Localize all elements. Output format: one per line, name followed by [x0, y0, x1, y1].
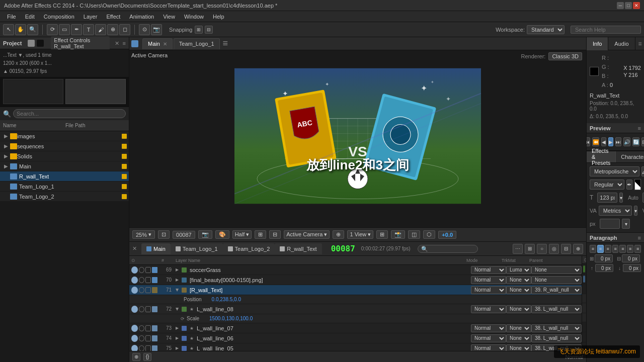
effect-controls-tab[interactable]: Effect Controls R_wall_Text	[51, 37, 110, 50]
trkmat-select-71[interactable]: None	[506, 286, 531, 294]
tool-camera[interactable]: 📷	[151, 24, 162, 35]
tl-solo-btn[interactable]: ⊕	[573, 244, 583, 254]
menu-composition[interactable]: Composition	[40, 13, 78, 21]
prev-back-frame[interactable]: ⏪	[592, 137, 599, 146]
leading-input[interactable]	[600, 219, 620, 229]
tab-main[interactable]: Main ✕	[142, 38, 173, 49]
eye-icon-72[interactable]	[131, 306, 138, 313]
expand-btn-71[interactable]: ▶	[175, 289, 180, 292]
right-indent-input[interactable]	[622, 254, 640, 262]
table-row[interactable]: 75 ▶ ★ L_wall_line_05 Normal None	[129, 343, 582, 351]
menu-help[interactable]: Help	[209, 13, 228, 21]
eye-icon-71[interactable]	[131, 287, 138, 294]
parent-select-71[interactable]: 39. R_wall_null	[531, 286, 582, 294]
expand-btn-74[interactable]: ▶	[176, 336, 179, 340]
menu-animation[interactable]: Animation	[125, 13, 158, 21]
timeline-bar-70[interactable]	[583, 276, 585, 283]
eye-icon-69[interactable]	[131, 266, 138, 274]
expand-btn-75[interactable]: ▶	[176, 346, 179, 350]
mode-select-75[interactable]: Normal	[471, 344, 506, 351]
snapping-toggle[interactable]: ⊞	[195, 26, 203, 34]
leading-dropdown[interactable]: ▾	[622, 219, 630, 229]
space-after-input[interactable]	[623, 264, 641, 272]
expand-btn-69[interactable]: ▶	[176, 267, 179, 272]
mode-select-73[interactable]: Normal	[471, 324, 506, 332]
solo-btn-70[interactable]	[139, 277, 144, 283]
eye-icon-70[interactable]	[131, 277, 138, 284]
lock-icon-74[interactable]	[145, 335, 151, 341]
close-timeline-icon[interactable]: ✕	[132, 245, 139, 252]
expand-btn-70[interactable]: ▶	[176, 278, 179, 282]
prev-loop[interactable]: 🔄	[632, 137, 639, 146]
style-options-btn[interactable]: ✒	[626, 179, 632, 190]
expand-icon[interactable]: ▶	[4, 133, 10, 139]
align-right-btn[interactable]: ≡	[605, 245, 611, 253]
add-layer-btn[interactable]: ⊕	[132, 353, 140, 361]
tl-toggle-btn[interactable]: ⊞	[525, 244, 535, 254]
para-menu[interactable]: ≡	[638, 235, 641, 241]
solo-btn-69[interactable]	[139, 267, 144, 273]
view-count-dropdown[interactable]: 1 View ▾	[347, 230, 373, 239]
close-effect-controls[interactable]: ✕	[115, 40, 119, 46]
eye-icon-74[interactable]	[131, 335, 138, 342]
close-button[interactable]: ✕	[633, 2, 640, 9]
view-options-btn[interactable]: ⊞	[376, 230, 388, 239]
mask-btn[interactable]: ⊟	[269, 230, 281, 239]
frame-display[interactable]: 00087	[173, 231, 195, 239]
trkmat-select-69[interactable]: Luma	[506, 266, 531, 274]
lock-icon-71[interactable]	[145, 287, 151, 293]
snapping-options[interactable]: ⊟	[205, 26, 213, 34]
fit-btn[interactable]: ⊡	[158, 230, 170, 239]
list-item[interactable]: Team_Logo_2	[0, 192, 129, 202]
eye-icon-75[interactable]	[131, 345, 138, 351]
mode-select-69[interactable]: Normal	[471, 266, 506, 274]
project-view-btn[interactable]	[28, 40, 35, 47]
expand-icon[interactable]: ▶	[4, 153, 10, 159]
stroke-color-swatch[interactable]	[634, 179, 641, 190]
tool-eraser[interactable]: ◻	[119, 24, 130, 35]
tool-zoom[interactable]: 🔍	[27, 24, 38, 35]
tool-pen[interactable]: ✒	[71, 24, 82, 35]
trkmat-select-73[interactable]: None	[506, 324, 531, 332]
prev-ram-preview-back[interactable]: ◀	[601, 137, 606, 146]
tool-clone[interactable]: ⊕	[107, 24, 118, 35]
font-style-select[interactable]: Regular	[590, 179, 624, 190]
expand-icon[interactable]: ▶	[4, 163, 10, 169]
table-row[interactable]: 72 ▶ ★ L_wall_line_08 Normal None	[129, 304, 582, 314]
solo-btn-73[interactable]	[139, 325, 144, 331]
lock-icon-70[interactable]	[145, 277, 151, 283]
justify-full-btn[interactable]: ≡	[634, 245, 641, 253]
lock-icon-75[interactable]	[145, 345, 151, 351]
maximize-button[interactable]: □	[625, 2, 632, 9]
tl-motion-blur-btn[interactable]: ○	[537, 244, 547, 254]
tl-shy-btn[interactable]: ⊟	[561, 244, 571, 254]
prev-skip-start[interactable]: ⏮	[586, 137, 590, 146]
workspace-select[interactable]: Standard	[527, 25, 565, 34]
tab-character[interactable]: Character	[616, 151, 644, 162]
transparency-btn[interactable]: ⬡	[423, 230, 435, 239]
list-item[interactable]: ▶ Main	[0, 161, 129, 171]
tl-draft-btn[interactable]: ◎	[549, 244, 559, 254]
preview-menu[interactable]: ≡	[638, 125, 641, 131]
timeline-search[interactable]	[418, 245, 478, 253]
menu-window[interactable]: Window	[180, 13, 208, 21]
eye-icon-73[interactable]	[131, 325, 138, 332]
mode-select-70[interactable]: Normal	[471, 276, 506, 284]
trkmat-select-75[interactable]: None	[506, 344, 531, 351]
mode-select-71[interactable]: Normal	[471, 286, 506, 294]
table-row[interactable]: 74 ▶ ★ L_wall_line_06 Normal None	[129, 333, 582, 343]
view-mode-dropdown[interactable]: Active Camera ▾	[284, 230, 330, 239]
script-btn[interactable]: {}	[143, 353, 151, 361]
tab-teamlogo1[interactable]: Team_Logo_1	[174, 38, 220, 49]
expand-btn-73[interactable]: ▶	[176, 326, 179, 330]
exposure-btn[interactable]: +0.0	[438, 231, 456, 239]
menu-layer[interactable]: Layer	[79, 13, 102, 21]
justify-center-btn[interactable]: ≡	[619, 245, 626, 253]
trkmat-select-72[interactable]: None	[506, 305, 531, 313]
table-row[interactable]: 70 ▶ [final_beauty[0000-0150].png] Norma…	[129, 275, 582, 285]
menu-view[interactable]: View	[159, 13, 179, 21]
3d-btn[interactable]: ⊕	[333, 230, 344, 239]
color-swatch[interactable]	[590, 67, 599, 76]
prev-skip-end[interactable]: ⏭	[615, 137, 621, 146]
prev-audio[interactable]: 🔊	[623, 137, 630, 146]
